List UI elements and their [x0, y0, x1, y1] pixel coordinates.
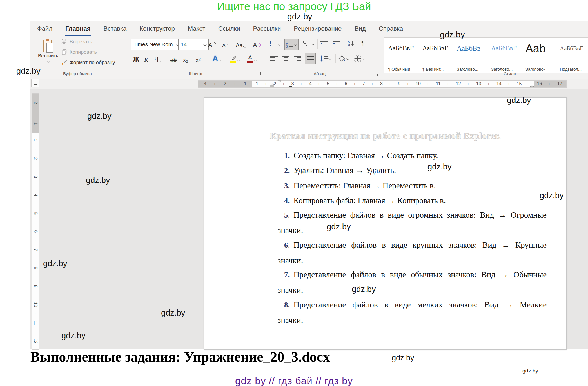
sort-arrow-icon	[351, 40, 354, 47]
tab-review[interactable]: Рецензирование	[293, 24, 342, 35]
align-left-button[interactable]	[270, 53, 278, 64]
list-number: 7.	[284, 271, 290, 279]
watermark: gdz.by	[16, 66, 40, 76]
tab-stop-marker[interactable]	[289, 84, 292, 87]
multilevel-list-icon	[303, 41, 311, 47]
right-indent-marker[interactable]	[530, 84, 534, 87]
sort-icon: А Я	[348, 40, 350, 46]
hanging-indent-marker[interactable]	[270, 83, 274, 87]
clear-formatting-button[interactable]: А	[253, 39, 261, 49]
line-spacing-button[interactable]	[320, 53, 331, 64]
grow-font-button[interactable]: А	[208, 39, 215, 49]
tab-layout[interactable]: Макет	[187, 24, 206, 35]
format-painter-button[interactable]: Формат по образцу	[61, 59, 115, 66]
font-group-label: Шрифт	[153, 71, 238, 76]
bullets-button[interactable]	[270, 39, 280, 49]
shrink-font-button[interactable]: А	[222, 39, 229, 49]
small-separator	[345, 39, 345, 49]
styles-group-label: Стили	[482, 71, 538, 76]
horizontal-ruler[interactable]: 3· ı ·2· ı ·1 1· ı ·2· ı ·3· ı ·4· ı ·5·…	[198, 80, 567, 88]
tab-references[interactable]: Ссылки	[218, 24, 240, 35]
tab-design[interactable]: Конструктор	[139, 24, 175, 35]
bold-button[interactable]: Ж	[133, 54, 139, 63]
style-item-no-spacing[interactable]: АаБбВвГ ¶ Без инт...	[422, 39, 449, 72]
completed-tasks-heading: Выполненные задания: Упражнение_20_3.doc…	[30, 349, 330, 365]
text-effects-icon: А	[213, 54, 218, 63]
sort-button[interactable]: А Я	[348, 38, 354, 49]
font-color-button[interactable]: А	[247, 53, 256, 63]
list-text: Представление файлов в виде обычных знач…	[293, 270, 547, 279]
decrease-indent-button[interactable]	[320, 39, 328, 49]
left-tab-icon	[34, 81, 37, 85]
first-line-indent-marker[interactable]	[278, 80, 282, 83]
style-item-normal[interactable]: АаБбВвГ ¶ Обычный	[388, 39, 415, 72]
list-text: Представление файлов в виде мелких значк…	[293, 300, 547, 309]
chevron-down-icon	[203, 43, 206, 46]
borders-button[interactable]	[354, 53, 365, 64]
copy-button[interactable]: Копировать	[61, 49, 97, 55]
paste-button[interactable]: Вставить	[38, 38, 58, 71]
watermark: gdz.by	[43, 259, 67, 268]
highlighter-icon	[230, 55, 237, 63]
list-item: 5.Представление файлов в виде огромных з…	[278, 207, 547, 238]
copy-label: Копировать	[70, 49, 97, 55]
list-number: 6.	[284, 241, 290, 249]
vertical-ruler[interactable]: 2·1 1·2·3·4·5·6·7·8·9·10·11·12	[32, 93, 39, 350]
italic-button[interactable]: К	[144, 54, 148, 63]
styles-gallery: АаБбВвГ ¶ Обычный АаБбВвГ ¶ Без инт... А…	[384, 37, 588, 73]
font-size-combobox[interactable]: 14	[178, 39, 209, 50]
tab-help[interactable]: Справка	[378, 24, 404, 35]
style-sample: Aab	[525, 39, 545, 57]
style-item-heading2[interactable]: АаБбВвГ Заголово...	[491, 39, 518, 72]
ruler-margin-numbers: 3· ı ·2· ı ·1	[198, 81, 252, 87]
align-right-button[interactable]	[294, 53, 301, 64]
list-text: Копировать файл: Главная → Копировать в.	[293, 196, 446, 205]
chevron-down-icon	[278, 42, 281, 45]
cut-button[interactable]: Вырезать	[61, 39, 92, 45]
list-number: 8.	[284, 301, 290, 309]
tab-home[interactable]: Главная	[65, 24, 91, 36]
font-dialog-launcher-icon[interactable]	[260, 72, 264, 75]
screenshot-canvas: Ищите нас по запросу ГДЗ Бай gdz.by Файл…	[0, 0, 588, 386]
numbering-button[interactable]: 1 2 3	[284, 39, 299, 50]
list-item: 6.Представление файлов в виде крупных зн…	[278, 237, 547, 268]
show-paragraph-marks-button[interactable]: ¶	[361, 38, 365, 49]
tab-view[interactable]: Вид	[354, 24, 366, 35]
paragraph-dialog-launcher-icon[interactable]	[374, 72, 377, 75]
tab-selector[interactable]	[31, 79, 39, 87]
justify-button[interactable]	[305, 53, 316, 64]
tab-file[interactable]: Файл	[37, 24, 53, 35]
font-name-combobox[interactable]: Times New Rom	[131, 39, 182, 50]
multilevel-list-button[interactable]	[303, 39, 314, 49]
strikethrough-button[interactable]: ab	[170, 54, 177, 63]
style-item-title[interactable]: Aab Заголовок	[525, 39, 553, 72]
style-item-subtitle[interactable]: АаБбВвГ Подзагол...	[560, 39, 587, 72]
document-page[interactable]: Краткая инструкция по работе с программо…	[204, 97, 567, 350]
tab-mailings[interactable]: Рассылки	[253, 24, 282, 35]
list-number: 1.	[284, 151, 290, 160]
list-text-continuation: значки.	[278, 282, 547, 298]
superscript-button[interactable]: х²	[196, 54, 201, 63]
align-center-icon	[282, 55, 289, 62]
footer-tags: gdz by // гдз бай // гдз by	[0, 375, 588, 386]
clipboard-dialog-launcher-icon[interactable]	[121, 72, 124, 75]
chevron-up-icon	[213, 42, 216, 45]
ruler-main-numbers: 1· ı ·2· ı ·3· ı ·4· ı ·5· ı ·6· ı ·7· ı…	[252, 81, 566, 87]
watermark: gdz.by	[61, 331, 85, 340]
grow-font-icon: А	[208, 41, 212, 49]
bold-icon: Ж	[133, 55, 139, 63]
subscript-button[interactable]: х₂	[183, 54, 188, 63]
increase-indent-button[interactable]	[333, 39, 340, 49]
text-effects-button[interactable]: А	[213, 53, 221, 63]
underline-button[interactable]: Ч	[154, 54, 162, 63]
group-separator	[266, 38, 266, 71]
style-sample: АаБбВвГ	[388, 39, 414, 57]
change-case-button[interactable]: Аа	[236, 39, 246, 49]
style-item-heading1[interactable]: АаБбВв Заголово...	[457, 39, 484, 72]
align-center-button[interactable]	[282, 53, 289, 64]
tab-insert[interactable]: Вставка	[103, 24, 127, 35]
shading-button[interactable]	[338, 53, 349, 64]
small-separator	[335, 54, 336, 63]
highlight-button[interactable]	[230, 53, 240, 63]
list-text-continuation: значки.	[278, 253, 547, 268]
